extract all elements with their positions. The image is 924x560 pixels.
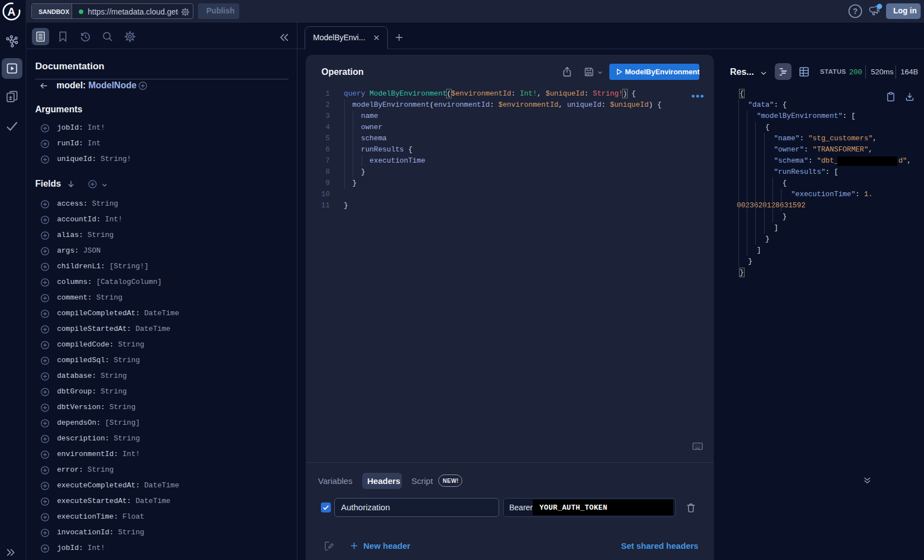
svg-text:A: A (7, 6, 15, 18)
svg-text:?: ? (853, 7, 858, 16)
